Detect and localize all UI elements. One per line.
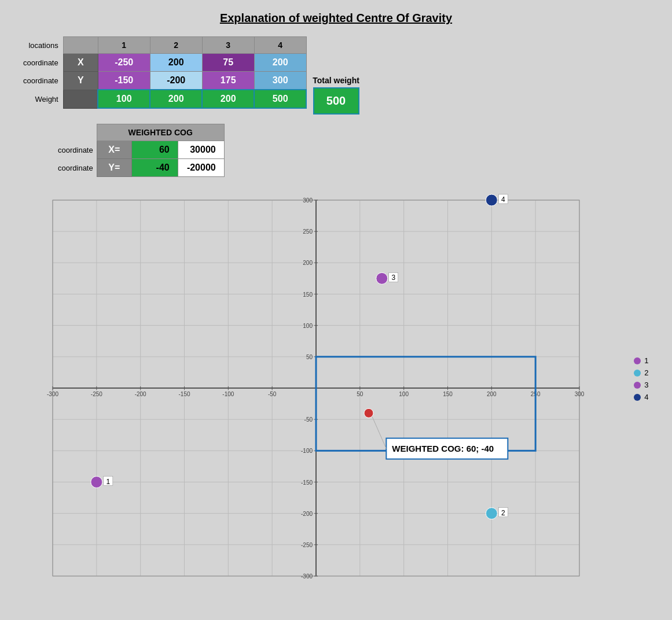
legend-label-4: 4 <box>644 393 648 401</box>
svg-text:300: 300 <box>303 197 313 204</box>
col-header-1: 1 <box>98 37 150 54</box>
cog-y-value: -40 <box>131 159 178 177</box>
locations-label: locations <box>23 37 63 54</box>
svg-text:-300: -300 <box>46 391 58 397</box>
col-header-3: 3 <box>202 37 254 54</box>
cog-x-value: 60 <box>131 141 178 159</box>
x-val-4: 200 <box>254 54 306 72</box>
legend-item-3: 3 <box>634 381 648 389</box>
y-val-1: -150 <box>98 72 150 90</box>
svg-text:300: 300 <box>574 391 584 397</box>
svg-text:150: 150 <box>443 391 453 397</box>
svg-text:4: 4 <box>501 195 505 204</box>
chart-svg: 1234 -300-250-200-150-100-50501001502002… <box>18 189 631 599</box>
weight-axis-label <box>63 90 98 108</box>
svg-text:150: 150 <box>303 291 313 298</box>
legend-item-4: 4 <box>634 393 648 401</box>
x-val-1: -250 <box>98 54 150 72</box>
svg-text:100: 100 <box>399 391 409 397</box>
y-val-4: 300 <box>254 72 306 90</box>
svg-point-33 <box>486 508 497 519</box>
x-axis-label: X <box>63 54 98 72</box>
x-val-3: 75 <box>202 54 254 72</box>
total-weight-value: 500 <box>326 94 346 108</box>
chart-container: 1234 -300-250-200-150-100-50501001502002… <box>18 189 655 599</box>
svg-text:-50: -50 <box>304 416 313 423</box>
legend-dot-2 <box>634 370 641 377</box>
x-val-2: 200 <box>150 54 202 72</box>
svg-text:3: 3 <box>391 274 395 282</box>
cog-y-product: -20000 <box>178 159 224 177</box>
weight-val-3: 200 <box>202 90 254 108</box>
chart-section: 1234 -300-250-200-150-100-50501001502002… <box>0 183 672 611</box>
top-section: Explanation of weighted Centre Of Gravit… <box>0 0 672 183</box>
weight-val-1: 100 <box>98 90 150 108</box>
svg-text:200: 200 <box>303 260 313 266</box>
legend-dot-3 <box>634 382 641 389</box>
y-coord-label: coordinate <box>23 72 63 90</box>
legend-label-2: 2 <box>644 368 648 377</box>
main-table-wrapper: locations 1 2 3 4 coordinate X -250 200 … <box>23 36 307 109</box>
legend-dot-4 <box>634 394 641 401</box>
svg-text:-150: -150 <box>300 479 312 486</box>
cog-x-axis: X= <box>97 141 131 159</box>
svg-text:-250: -250 <box>300 542 312 548</box>
svg-text:-200: -200 <box>300 511 312 517</box>
weight-label: Weight <box>23 90 63 108</box>
svg-text:-100: -100 <box>222 391 234 397</box>
svg-point-30 <box>90 477 102 488</box>
svg-text:50: 50 <box>357 391 363 397</box>
svg-text:50: 50 <box>306 354 313 360</box>
cog-y-coord-label: coordinate <box>58 159 97 177</box>
x-coord-label: coordinate <box>23 54 63 72</box>
col-header-4: 4 <box>254 37 306 54</box>
weight-val-2: 200 <box>150 90 202 108</box>
cog-table: WEIGHTED COG coordinate X= 60 30000 coor… <box>58 124 225 177</box>
legend: 1 2 3 4 <box>634 356 648 401</box>
legend-label-3: 3 <box>644 381 648 389</box>
weight-val-4: 500 <box>254 90 306 108</box>
legend-item-2: 2 <box>634 368 648 377</box>
y-axis-label: Y <box>63 72 98 90</box>
total-weight-area: Total weight 500 <box>313 76 359 115</box>
legend-label-1: 1 <box>644 356 648 365</box>
svg-text:2: 2 <box>501 509 505 517</box>
total-weight-label: Total weight <box>313 76 359 85</box>
svg-text:WEIGHTED COG:  60; -40: WEIGHTED COG: 60; -40 <box>392 444 494 453</box>
col-header-2: 2 <box>150 37 202 54</box>
total-weight-box: 500 <box>313 87 359 115</box>
cog-x-product: 30000 <box>178 141 224 159</box>
corner-empty <box>63 37 98 54</box>
svg-point-39 <box>486 194 497 206</box>
cog-y-axis: Y= <box>97 159 131 177</box>
svg-text:-100: -100 <box>300 448 312 454</box>
svg-text:-250: -250 <box>90 391 102 397</box>
svg-text:-300: -300 <box>300 573 312 580</box>
table-area: locations 1 2 3 4 coordinate X -250 200 … <box>23 36 649 115</box>
svg-text:200: 200 <box>486 391 496 397</box>
svg-text:-50: -50 <box>267 391 276 397</box>
y-val-2: -200 <box>150 72 202 90</box>
svg-text:1: 1 <box>106 478 110 486</box>
svg-point-36 <box>376 272 387 284</box>
svg-text:100: 100 <box>303 323 313 329</box>
cog-header: WEIGHTED COG <box>97 124 224 141</box>
svg-text:250: 250 <box>303 228 313 235</box>
cog-x-coord-label: coordinate <box>58 141 97 159</box>
legend-dot-1 <box>634 357 641 364</box>
y-val-3: 175 <box>202 72 254 90</box>
page-title: Explanation of weighted Centre Of Gravit… <box>23 12 649 25</box>
svg-text:-200: -200 <box>134 391 146 397</box>
main-table: locations 1 2 3 4 coordinate X -250 200 … <box>23 36 307 109</box>
svg-point-42 <box>364 408 373 418</box>
svg-text:-150: -150 <box>178 391 190 397</box>
legend-item-1: 1 <box>634 356 648 365</box>
cog-section: WEIGHTED COG coordinate X= 60 30000 coor… <box>58 124 649 177</box>
